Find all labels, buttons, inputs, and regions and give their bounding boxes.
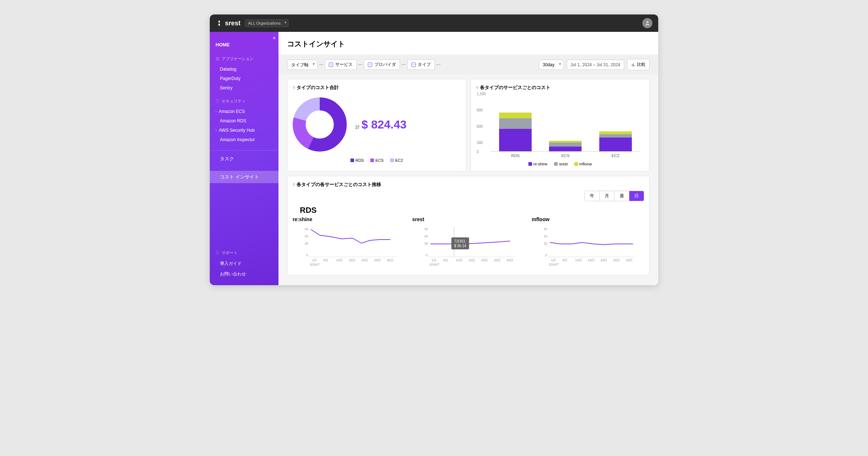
nav-ecs[interactable]: ›Amazon ECS — [210, 107, 278, 116]
svg-text:2024/7: 2024/7 — [310, 263, 320, 266]
chip-type[interactable]: −タイプ — [407, 59, 435, 70]
donut-card: タイプのコスト合計 計 $ 824.43 RDS — [287, 79, 466, 172]
nav-section-support: サポート — [210, 247, 278, 258]
filter-bar: タイプ軸 ✓サービス ✓プロバイダ −タイプ 30day Jul 1, 2024… — [278, 55, 658, 75]
mini-title: mfloow — [532, 216, 644, 222]
card-title: 各タイプの各サービスごとのコスト推移 — [293, 181, 644, 188]
page-title: コストインサイト — [278, 32, 658, 55]
swatch — [574, 162, 578, 166]
svg-text:30日: 30日 — [387, 258, 393, 262]
svg-text:45: 45 — [424, 227, 428, 231]
date-range[interactable]: Jul 1, 2024 – Jul 31, 2024 — [567, 60, 624, 70]
card-title: タイプのコスト合計 — [293, 84, 461, 91]
nav-rds[interactable]: Amazon RDS — [210, 116, 278, 126]
tab-week[interactable]: 週 — [614, 191, 629, 201]
trend-card: 各タイプの各サービスごとのコスト推移 年 月 週 日 RDS re:shine … — [287, 176, 650, 275]
nav-task[interactable]: タスク — [210, 150, 278, 165]
svg-text:25日: 25日 — [613, 258, 620, 262]
swatch — [554, 162, 558, 166]
svg-text:10日: 10日 — [575, 258, 582, 262]
sidebar-collapse[interactable]: « — [273, 35, 276, 41]
user-avatar[interactable] — [642, 18, 652, 28]
mini-chart-srest: srest 4540350 1日5日10日15日20日25日30日 2024/7… — [412, 216, 525, 270]
svg-text:10日: 10日 — [456, 258, 463, 262]
brand-logo: srest — [216, 20, 241, 27]
connector — [319, 64, 323, 65]
swatch — [370, 159, 374, 162]
mini-chart-mfloow: mfloow 4540350 1日5日10日15日20日25日30日 2024/… — [532, 216, 644, 270]
swatch — [390, 159, 394, 162]
svg-text:40: 40 — [305, 235, 308, 238]
svg-text:25日: 25日 — [374, 258, 381, 262]
svg-text:30日: 30日 — [626, 258, 633, 262]
svg-rect-4 — [218, 59, 219, 60]
svg-rect-3 — [216, 59, 217, 60]
tab-month[interactable]: 月 — [600, 191, 614, 201]
total-value: $ 824.43 — [361, 118, 407, 131]
chevron-right-icon: › — [216, 128, 217, 132]
svg-text:40: 40 — [544, 235, 548, 238]
resize-handle[interactable]: ⋰ — [461, 166, 465, 170]
svg-text:25日: 25日 — [494, 258, 501, 262]
connector — [436, 64, 441, 65]
svg-text:1日: 1日 — [312, 258, 317, 262]
check-icon: ✓ — [368, 63, 372, 67]
tab-day[interactable]: 日 — [629, 191, 644, 201]
svg-text:5日: 5日 — [443, 258, 448, 262]
bar-chart-icon — [631, 63, 635, 67]
bar-legend: re:shine srest mfloow — [476, 162, 644, 166]
svg-rect-2 — [218, 57, 219, 58]
axis-select[interactable]: タイプ軸 — [287, 60, 318, 70]
svg-text:15日: 15日 — [468, 258, 475, 262]
minus-icon: − — [411, 63, 416, 67]
nav-home[interactable]: HOME — [210, 35, 278, 50]
svg-text:20日: 20日 — [361, 258, 368, 262]
shield-icon — [216, 99, 220, 103]
chevron-right-icon: › — [216, 110, 217, 113]
period-select[interactable]: 30day — [539, 60, 564, 70]
nav-cost-insight[interactable]: コスト インサイト — [210, 171, 278, 183]
chart-tooltip: 7月8日 $ 35.14 — [451, 237, 469, 249]
nav-inspector[interactable]: Amazon Inspector — [210, 135, 278, 144]
bar-card: 各タイプのサービスごとのコスト 1,200 900 600 300 0 RDS … — [471, 79, 650, 172]
swatch — [528, 162, 532, 166]
chip-provider[interactable]: ✓プロバイダ — [364, 59, 400, 70]
svg-rect-5 — [632, 64, 633, 66]
svg-text:35: 35 — [544, 242, 548, 245]
org-select[interactable]: ALL Organizations — [245, 19, 289, 27]
line-chart: 4540350 1日5日10日15日20日25日30日 2024/7 — [293, 225, 405, 269]
nav-datadog[interactable]: Datadog — [210, 64, 278, 74]
svg-text:45: 45 — [544, 227, 548, 231]
svg-text:1日: 1日 — [431, 258, 437, 262]
nav-guide[interactable]: 導入ガイド — [210, 258, 278, 269]
mini-title: re:shine — [293, 216, 405, 222]
shield-icon — [216, 251, 220, 255]
total-label: 計 — [356, 124, 360, 130]
card-title: 各タイプのサービスごとのコスト — [476, 84, 644, 91]
nav-section-security: セキュリティ — [210, 96, 278, 107]
chip-service[interactable]: ✓サービス — [325, 59, 357, 70]
brand-text: srest — [225, 20, 241, 27]
nav-contact[interactable]: お問い合わせ — [210, 269, 278, 279]
svg-point-0 — [646, 21, 648, 23]
svg-text:20日: 20日 — [481, 258, 488, 262]
period-tabs: 年 月 週 日 — [584, 191, 644, 201]
connector — [358, 64, 362, 65]
stacked-bar-chart: 1,200 900 600 300 0 RDS ECS EC2 — [490, 94, 641, 159]
grid-icon — [216, 57, 220, 61]
svg-text:15日: 15日 — [588, 258, 595, 262]
svg-text:1日: 1日 — [551, 258, 556, 262]
compare-button[interactable]: 比較 — [627, 59, 650, 70]
app-window: srest ALL Organizations « HOME アプリケーション … — [210, 14, 658, 285]
resize-handle[interactable]: ⋰ — [645, 166, 648, 170]
nav-pagerduty[interactable]: PagerDuty — [210, 74, 278, 83]
check-icon: ✓ — [329, 63, 333, 67]
svg-text:30日: 30日 — [506, 258, 513, 262]
donut-legend: RDS ECS EC2 — [293, 158, 461, 162]
nav-sentry[interactable]: Sentry — [210, 83, 278, 93]
svg-text:35: 35 — [424, 242, 428, 245]
svg-text:40: 40 — [424, 235, 428, 238]
nav-securityhub[interactable]: ›AWS Security Hub — [210, 126, 278, 135]
svg-text:10日: 10日 — [336, 258, 343, 262]
tab-year[interactable]: 年 — [585, 191, 600, 201]
